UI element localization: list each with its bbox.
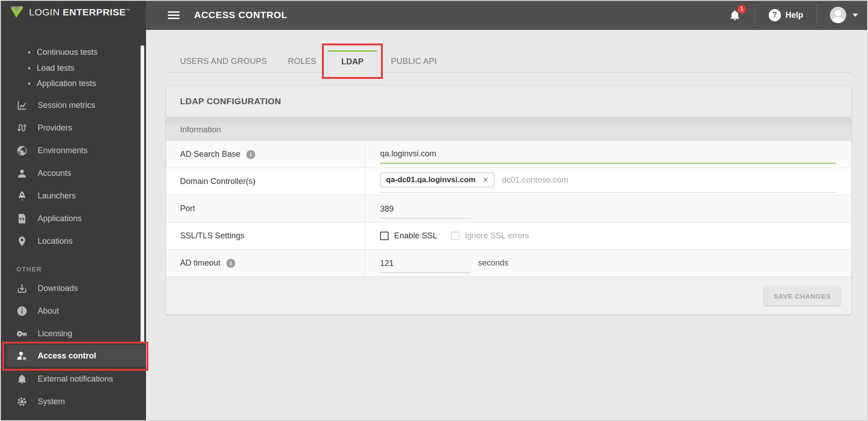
app-logo[interactable]: LOGIN ENTERPRISE™ [9,5,130,19]
tab-roles[interactable]: ROLES [288,50,317,72]
info-icon[interactable]: i [226,259,235,268]
sidebar-item-label: Applications [38,214,82,223]
sidebar-item-providers[interactable]: Providers [0,117,146,139]
globe-icon [16,145,28,156]
ignore-ssl-errors-label: Ignore SSL errors [465,231,529,241]
sidebar-item-label: Providers [38,123,72,133]
ldap-configuration-panel: LDAP CONFIGURATION Information AD Search… [166,86,851,315]
ignore-ssl-errors-checkbox [451,232,459,240]
sidebar-item-label: Downloads [38,284,78,293]
port-input[interactable]: 389 [380,199,471,218]
chart-line-icon [16,100,28,111]
sidebar-item-applications[interactable]: Applications [0,208,146,229]
sidebar-item-label: Access control [38,351,96,361]
sidebar-item-licensing[interactable]: Licensing [0,323,146,344]
sidebar-item-session-metrics[interactable]: Session metrics [0,94,146,116]
access-control-tabs: USERS AND GROUPS ROLES LDAP PUBLIC API [166,44,851,73]
tab-users-and-groups[interactable]: USERS AND GROUPS [180,50,267,72]
sidebar-scrollbar[interactable] [141,45,144,343]
ad-timeout-input[interactable]: 121 [380,254,471,273]
domain-controllers-input[interactable]: qa-dc01.qa.loginvsi.com ✕ dc01.contoso.c… [380,171,836,193]
code-file-icon [16,213,28,224]
sidebar-item-label: Continuous tests [37,48,98,57]
sidebar-item-launchers[interactable]: Launchers [0,185,146,207]
download-icon [16,283,28,294]
enable-ssl-checkbox[interactable] [380,232,389,240]
bullet-icon [28,51,30,53]
bullet-icon [28,67,30,69]
sidebar-item-application-tests[interactable]: Application tests [28,77,96,90]
ad-timeout-unit: seconds [478,258,508,268]
sidebar-item-load-tests[interactable]: Load tests [28,61,74,75]
table-row: AD timeout i 121 seconds [166,249,851,276]
divider [817,5,817,25]
field-label: AD Search Base [180,150,240,159]
person-icon [16,168,28,179]
avatar [830,7,846,23]
divider [755,5,755,25]
field-label: AD timeout [180,258,220,268]
sidebar-item-label: About [38,306,59,316]
section-heading-information: Information [166,119,851,140]
chip-value: qa-dc01.qa.loginvsi.com [386,175,475,184]
tab-public-api[interactable]: PUBLIC API [391,50,437,72]
sidebar-item-external-notifications[interactable]: External notifications [0,368,146,390]
gear-icon [16,396,28,407]
bell-icon [16,373,28,385]
key-icon [16,328,28,339]
sidebar-item-label: Load tests [37,63,74,73]
save-changes-button[interactable]: SAVE CHANGES [764,286,840,305]
sidebar-item-environments[interactable]: Environments [0,140,146,161]
domain-controllers-placeholder: dc01.contoso.com [502,175,568,185]
map-pin-icon [16,236,28,247]
enable-ssl-label: Enable SSL [394,231,437,241]
port-value: 389 [380,204,394,214]
sidebar-item-label: Environments [38,146,88,155]
panel-title: LDAP CONFIGURATION [166,86,851,117]
sidebar-item-locations[interactable]: Locations [0,230,146,252]
sidebar-item-label: Accounts [38,169,71,178]
table-row: SSL/TLS Settings Enable SSL Ignore SSL e… [166,222,851,249]
help-button[interactable]: ? Help [769,9,803,21]
sidebar-item-label: Session metrics [38,101,95,110]
sidebar-item-access-control[interactable]: Access control [6,345,146,367]
panel-footer: SAVE CHANGES [166,276,851,315]
sidebar-item-about[interactable]: About [0,300,146,322]
table-row: AD Search Base i qa.loginvsi.com [166,140,851,168]
page-title: ACCESS CONTROL [194,10,288,20]
logo-text: LOGIN ENTERPRISE™ [29,7,130,18]
remove-chip-icon[interactable]: ✕ [483,176,488,184]
ad-search-base-input[interactable]: qa.loginvsi.com [380,145,836,164]
notifications-button[interactable]: 1 [729,9,741,21]
sidebar-item-label: Launchers [38,191,76,201]
sidebar-item-label: Application tests [37,79,96,88]
chevron-down-icon [853,14,858,17]
person-gear-icon [16,350,28,362]
field-label: SSL/TLS Settings [180,231,244,241]
notification-badge: 1 [737,5,746,14]
topbar: ACCESS CONTROL 1 ? Help [146,0,868,30]
sidebar-item-label: System [38,397,65,406]
account-menu[interactable] [830,7,858,23]
table-row: Domain Controller(s) qa-dc01.qa.loginvsi… [166,168,851,195]
logo-checkmark-icon [9,5,24,19]
help-label: Help [785,10,803,20]
hamburger-menu-icon[interactable] [168,11,180,19]
ad-search-base-value: qa.loginvsi.com [380,149,436,159]
bullet-icon [28,82,30,85]
sidebar-item-label: Locations [38,237,73,246]
sidebar-item-label: External notifications [38,374,113,384]
rocket-icon [16,190,28,202]
table-row: Port 389 [166,195,851,222]
domain-controller-chip: qa-dc01.qa.loginvsi.com ✕ [380,173,494,187]
sidebar-item-system[interactable]: System [0,391,146,412]
sidebar-item-downloads[interactable]: Downloads [0,277,146,299]
sidebar-item-continuous-tests[interactable]: Continuous tests [28,45,98,59]
sidebar-item-label: Licensing [38,329,72,339]
tab-ldap[interactable]: LDAP [327,50,377,73]
sidebar-item-accounts[interactable]: Accounts [0,162,146,184]
field-label: Domain Controller(s) [180,177,255,186]
question-icon: ? [769,9,781,21]
ad-timeout-value: 121 [380,259,394,268]
info-icon[interactable]: i [246,150,255,159]
